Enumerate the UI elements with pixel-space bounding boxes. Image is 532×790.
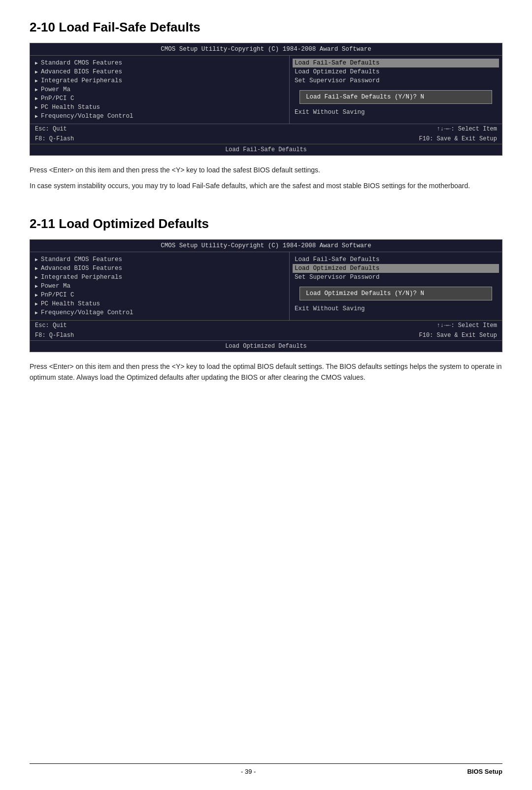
bios-right-panel-2: Load Fail-Safe Defaults Load Optimized D… [290, 252, 502, 320]
footer-select-2: ↑↓→←: Select Item [437, 322, 497, 329]
description-1b: In case system instability occurs, you m… [30, 180, 502, 191]
list-item: ▶Power Ma [35, 282, 289, 291]
list-item: ▶Advanced BIOS Features [35, 67, 289, 76]
list-item: ▶PC Health Status [35, 299, 289, 308]
list-item: ▶PnP/PCI C [35, 291, 289, 299]
footer-save-1: F10: Save & Exit Setup [419, 135, 497, 142]
list-item: ▶Frequency/Voltage Control [35, 308, 289, 317]
list-item: ▶Power Ma [35, 85, 289, 94]
bios-footer-1: Esc: Quit ↑↓→←: Select Item F8: Q-Flash … [30, 124, 502, 144]
bios-header-2: CMOS Setup Utility-Copyright (C) 1984-20… [30, 240, 502, 252]
list-item: ▶Advanced BIOS Features [35, 264, 289, 273]
bios-screen-2: CMOS Setup Utility-Copyright (C) 1984-20… [30, 239, 502, 352]
footer-esc-2: Esc: Quit [35, 322, 67, 329]
bios-footer-row-4: F8: Q-Flash F10: Save & Exit Setup [30, 330, 502, 340]
bios-footer-row-2: F8: Q-Flash F10: Save & Exit Setup [30, 134, 502, 144]
description-1a: Press <Enter> on this item and then pres… [30, 165, 502, 175]
section2-title: 2-11 Load Optimized Defaults [30, 216, 502, 231]
list-item: ▶Standard CMOS Features [35, 59, 289, 67]
list-item: ▶Integrated Peripherals [35, 76, 289, 85]
footer-flash-1: F8: Q-Flash [35, 135, 74, 142]
right-item: Load Fail-Safe Defaults [295, 255, 497, 264]
right-item: Load Fail-Safe Defaults [293, 59, 499, 67]
right-item: Exit Without Saving [295, 304, 497, 313]
right-item: Set Supervisor Password [295, 76, 497, 85]
right-item: Set Supervisor Password [295, 273, 497, 282]
bios-right-panel-1: Load Fail-Safe Defaults Load Optimized D… [290, 56, 502, 124]
list-item: ▶PnP/PCI C [35, 94, 289, 103]
right-item: Load Optimized Defaults [295, 67, 497, 76]
bios-screen-1: CMOS Setup Utility-Copyright (C) 1984-20… [30, 43, 502, 156]
bios-status-1: Load Fail-Safe Defaults [30, 144, 502, 155]
right-item: Load Optimized Defaults [293, 264, 499, 273]
list-item: ▶Integrated Peripherals [35, 273, 289, 282]
bios-dialog-2: Load Optimized Defaults (Y/N)? N [299, 287, 492, 300]
bios-left-panel-1: ▶Standard CMOS Features ▶Advanced BIOS F… [30, 56, 290, 124]
page-label: BIOS Setup [467, 768, 502, 775]
page-footer: - 39 - BIOS Setup [30, 763, 502, 775]
footer-select-1: ↑↓→←: Select Item [437, 126, 497, 132]
bios-footer-row-3: Esc: Quit ↑↓→←: Select Item [30, 321, 502, 330]
list-item: ▶Standard CMOS Features [35, 255, 289, 264]
page-number: - 39 - [241, 768, 256, 775]
right-item: Exit Without Saving [295, 108, 497, 117]
footer-flash-2: F8: Q-Flash [35, 332, 74, 339]
bios-header-1: CMOS Setup Utility-Copyright (C) 1984-20… [30, 43, 502, 56]
bios-footer-2: Esc: Quit ↑↓→←: Select Item F8: Q-Flash … [30, 320, 502, 340]
bios-dialog-1: Load Fail-Safe Defaults (Y/N)? N [299, 90, 492, 104]
bios-footer-row-1: Esc: Quit ↑↓→←: Select Item [30, 124, 502, 134]
footer-esc-1: Esc: Quit [35, 126, 67, 132]
section1-title: 2-10 Load Fail-Safe Defaults [30, 20, 502, 35]
list-item: ▶Frequency/Voltage Control [35, 112, 289, 121]
description-2a: Press <Enter> on this item and then pres… [30, 361, 502, 383]
footer-save-2: F10: Save & Exit Setup [419, 332, 497, 339]
bios-left-panel-2: ▶Standard CMOS Features ▶Advanced BIOS F… [30, 252, 290, 320]
bios-status-2: Load Optimized Defaults [30, 340, 502, 352]
list-item: ▶PC Health Status [35, 103, 289, 112]
